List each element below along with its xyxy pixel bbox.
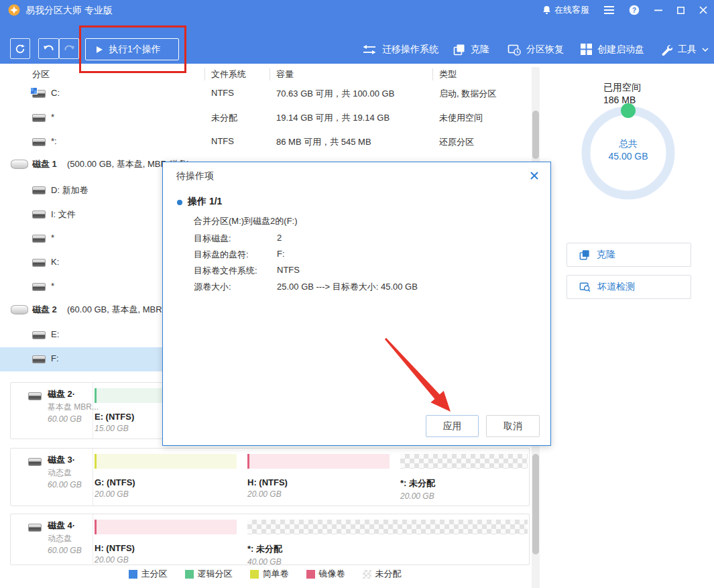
column-divider xyxy=(270,68,270,80)
partition-name: * xyxy=(51,112,54,122)
partition-name: D: 新加卷 xyxy=(51,184,88,196)
maximize-icon xyxy=(677,7,685,14)
partition-name: * xyxy=(51,281,54,291)
partition-name: * xyxy=(51,233,54,243)
clone-button[interactable]: 克隆 xyxy=(453,38,489,60)
partition-filesystem: 未分配 xyxy=(211,112,237,124)
hard-drive-icon xyxy=(11,305,28,314)
refresh-button[interactable] xyxy=(10,38,30,59)
redo-icon xyxy=(64,44,75,54)
create-boot-disk-button[interactable]: 创建启动盘 xyxy=(581,38,644,60)
minimize-button[interactable] xyxy=(654,6,662,14)
dialog-title: 待操作项 xyxy=(176,170,214,182)
bad-sector-icon xyxy=(579,282,591,292)
column-header-type[interactable]: 类型 xyxy=(439,68,457,80)
boot-disk-icon xyxy=(581,44,592,55)
tools-menu-button[interactable]: 工具 xyxy=(660,38,709,60)
undo-icon xyxy=(43,44,54,54)
clone-icon xyxy=(579,249,590,260)
column-divider xyxy=(432,68,433,80)
bad-sector-test-label: 坏道检测 xyxy=(597,281,635,293)
dialog-close-icon[interactable] xyxy=(529,170,540,181)
column-header-filesystem[interactable]: 文件系统 xyxy=(211,68,246,80)
disk-info[interactable]: 磁盘 3· 动态盘 60.00 GB xyxy=(11,449,93,506)
bell-icon xyxy=(542,5,551,15)
used-space-label: 已用空间 xyxy=(603,81,641,94)
disk-card: 磁盘 3· 动态盘 60.00 GB G: (NTFS) 20.00 GB H:… xyxy=(10,448,530,506)
field-value: NTFS xyxy=(277,265,300,275)
partition-row[interactable]: C: NTFS 70.63 GB 可用，共 100.00 GB 启动, 数据分区 xyxy=(0,82,530,106)
disk-name: 磁盘 4· xyxy=(48,520,75,532)
legend-item: 简单卷 xyxy=(250,568,289,580)
redo-button[interactable] xyxy=(59,38,79,59)
primary-partition-swatch xyxy=(129,570,137,579)
help-icon: ? xyxy=(629,5,640,15)
partition-label: *: 未分配 xyxy=(400,477,528,489)
partition-capacity: 19.14 GB 可用，共 19.14 GB xyxy=(276,112,390,124)
online-service-button[interactable]: 在线客服 xyxy=(542,4,589,16)
cancel-button[interactable]: 取消 xyxy=(486,415,540,437)
hard-drive-icon xyxy=(11,160,28,169)
clone-icon xyxy=(453,44,465,56)
legend-label: 未分配 xyxy=(375,568,402,580)
partition-capacity: 86 MB 可用，共 545 MB xyxy=(276,136,371,148)
migrate-os-button[interactable]: 迁移操作系统 xyxy=(362,38,438,60)
hard-drive-icon xyxy=(32,138,46,146)
scrollbar-thumb[interactable] xyxy=(532,454,539,554)
partition-row[interactable]: * 未分配 19.14 GB 可用，共 19.14 GB 未使用空间 xyxy=(0,106,530,130)
partition-filesystem: NTFS xyxy=(211,88,234,98)
undo-button[interactable] xyxy=(38,38,59,59)
wrench-icon xyxy=(660,44,672,56)
online-service-label: 在线客服 xyxy=(554,4,589,16)
partition-recovery-icon xyxy=(508,44,521,56)
legend-label: 简单卷 xyxy=(263,568,289,580)
scrollbar-thumb[interactable] xyxy=(532,111,539,159)
help-button[interactable]: ? xyxy=(629,5,640,15)
hard-drive-icon xyxy=(28,458,42,466)
column-header-capacity[interactable]: 容量 xyxy=(276,68,294,80)
clone-disk-label: 克隆 xyxy=(597,249,615,261)
total-capacity-value: 45.00 GB xyxy=(575,150,682,163)
simple-volume-swatch xyxy=(250,570,259,579)
maximize-button[interactable] xyxy=(677,7,685,14)
disk-info[interactable]: 磁盘 2· 基本盘 MBR... 60.00 GB xyxy=(11,383,93,438)
legend-item: 未分配 xyxy=(363,568,402,580)
app-window: 易我分区大师 专业版 在线客服 ? xyxy=(0,0,714,588)
minimize-icon xyxy=(654,6,662,14)
partition-label: *: 未分配 xyxy=(247,543,528,555)
mirror-volume-swatch xyxy=(306,570,315,579)
clone-disk-button[interactable]: 克隆 xyxy=(567,243,691,267)
legend-label: 逻辑分区 xyxy=(198,568,233,580)
bad-sector-test-button[interactable]: 坏道检测 xyxy=(567,275,691,299)
disk-summary-panel: 已用空间 186 MB 总共 45.00 GB 克隆 坏道检测 xyxy=(540,64,714,588)
partition-block[interactable]: H: (NTFS) 20.00 GB xyxy=(95,520,237,565)
partition-size: 20.00 GB xyxy=(247,489,390,499)
partition-row[interactable]: *: NTFS 86 MB 可用，共 545 MB 还原分区 xyxy=(0,130,530,154)
partition-block[interactable]: G: (NTFS) 20.00 GB xyxy=(95,454,237,501)
hard-drive-icon xyxy=(32,211,46,219)
partition-bar xyxy=(400,454,528,469)
partition-size: 40.00 GB xyxy=(247,557,528,565)
partition-block[interactable]: *: 未分配 40.00 GB xyxy=(247,520,528,565)
column-header-partition[interactable]: 分区 xyxy=(32,68,50,80)
partition-block[interactable]: H: (NTFS) 20.00 GB xyxy=(247,454,390,501)
hard-drive-icon xyxy=(28,524,42,532)
partition-name: F: xyxy=(51,353,59,363)
close-button[interactable] xyxy=(699,6,707,14)
disk-size: 60.00 GB xyxy=(48,546,82,555)
partition-name: *: xyxy=(51,136,57,146)
hard-drive-icon xyxy=(32,186,46,194)
hard-drive-icon xyxy=(32,331,46,339)
partition-block[interactable]: *: 未分配 20.00 GB xyxy=(400,454,528,501)
legend-label: 镜像卷 xyxy=(319,568,345,580)
annotation-arrow xyxy=(369,329,469,422)
unallocated-swatch xyxy=(363,570,371,579)
partition-recovery-button[interactable]: 分区恢复 xyxy=(508,38,564,60)
field-value: 25.00 GB ---> 目标卷大小: 45.00 GB xyxy=(277,281,418,293)
operation-bullet-icon xyxy=(177,200,182,205)
menu-button[interactable] xyxy=(604,6,614,14)
disk-info[interactable]: 磁盘 4· 动态盘 60.00 GB xyxy=(11,514,93,565)
operation-title: 操作 1/1 xyxy=(188,196,222,208)
hard-drive-icon xyxy=(32,114,46,122)
legend-item: 逻辑分区 xyxy=(185,568,233,580)
